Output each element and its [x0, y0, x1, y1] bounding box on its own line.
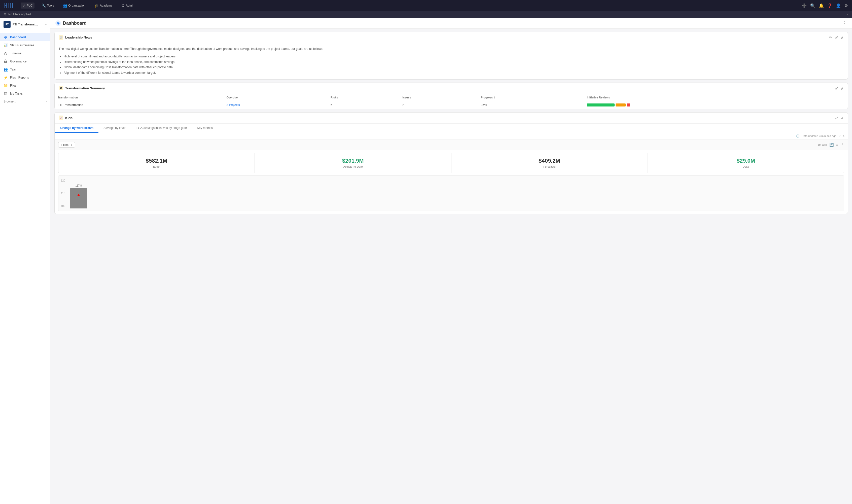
sidebar-browse[interactable]: Browse... ›	[0, 98, 50, 105]
col-transformation: Transformation	[55, 94, 223, 101]
search-icon[interactable]: 🔍	[810, 3, 815, 8]
filter-bar: ▽ No filters applied ▾	[0, 11, 852, 18]
target-label: Target	[62, 165, 251, 168]
col-initiative-reviews: Initiative Reviews	[584, 94, 848, 101]
clock-icon: 🕐	[796, 134, 800, 138]
kpis-icon: 📈	[59, 115, 63, 120]
chart-content: 120 110 100 117.8	[61, 178, 841, 209]
sidebar-org-header[interactable]: FT FTI Transformat... ▾	[0, 18, 50, 31]
forecasts-value: $409.2M	[455, 158, 643, 164]
sidebar-item-status-summaries[interactable]: 📊 Status summaries	[0, 41, 50, 49]
collapse-icon[interactable]: ∧	[841, 35, 844, 40]
kpi-filter-area: Filters · 6 1m ago 🔄 ≡ ⋮	[55, 140, 848, 150]
sidebar-item-my-tasks[interactable]: ☑ My Tasks	[0, 90, 50, 98]
sidebar-item-timeline[interactable]: ◎ Timeline	[0, 49, 50, 57]
poc-icon: ✓	[23, 3, 26, 7]
progress-info-icon[interactable]: ℹ	[494, 96, 495, 99]
kpi-tabs: Savings by workstream Savings by lever F…	[55, 124, 848, 133]
metrics-grid: $582.1M Target $201.9M Actuals To-Date $…	[58, 153, 844, 173]
kpis-collapse-icon[interactable]: ∧	[841, 115, 844, 120]
ts-collapse-icon[interactable]: ∧	[841, 86, 844, 91]
filter-icon: ▽	[4, 13, 6, 16]
filter-settings-icon[interactable]: ≡	[836, 143, 838, 147]
filter-collapse-icon[interactable]: ▾	[847, 13, 848, 16]
leadership-news-body: The new digital workplace for Transforma…	[55, 43, 848, 79]
nav-academy[interactable]: 🎓 Academy	[92, 2, 114, 8]
sidebar-item-flash-reports[interactable]: ⚡ Flash Reports	[0, 73, 50, 82]
admin-icon: ⚙	[121, 3, 125, 7]
dashboard-icon: ⊙	[3, 35, 7, 39]
team-icon: 👥	[3, 68, 7, 72]
nav-right-icons: ➕ 🔍 🔔 ❓ 👤 ⚙	[802, 3, 848, 8]
metric-delta: $29.0M Delta	[648, 153, 844, 173]
metric-forecasts: $409.2M Forecasts	[451, 153, 648, 173]
notification-icon[interactable]: 🔔	[819, 3, 824, 8]
svg-text:FTI: FTI	[5, 4, 8, 7]
row-overdue[interactable]: 3 Projects	[223, 101, 328, 109]
sidebar-item-flash-reports-label: Flash Reports	[10, 76, 29, 79]
expand-icon[interactable]: ⤢	[835, 35, 838, 40]
table-row: FTI Transformation 3 Projects 6 2 37%	[55, 101, 848, 109]
tab-fy23-stage-gate[interactable]: FY'23 savings initiatives by stage gate	[131, 124, 192, 133]
news-bullet-4: Alignment of the different functional te…	[64, 70, 844, 76]
more-options-icon[interactable]: ⋮	[841, 143, 844, 147]
user-avatar[interactable]: 👤	[836, 3, 841, 8]
news-bullet-2: Differentiating between potential saving…	[64, 59, 844, 65]
logo-icon: FTI	[4, 2, 13, 9]
news-bullet-3: Global dashboards combining Cost Transfo…	[64, 65, 844, 70]
sidebar-nav: ⊙ Dashboard 📊 Status summaries ◎ Timelin…	[0, 31, 50, 504]
y-label-110: 110	[61, 192, 70, 195]
nav-admin[interactable]: ⚙ Admin	[119, 2, 136, 8]
news-bullet-list: High level of commitment and accountabil…	[59, 54, 844, 75]
leadership-news-section: 📰 Leadership News ✏ ⤢ ∧ The new digital …	[54, 32, 848, 79]
kpi-header-expand-icon[interactable]: ⤢	[838, 134, 841, 138]
sidebar-item-files[interactable]: 📁 Files	[0, 82, 50, 90]
nav-tools[interactable]: 🔧 Tools	[39, 2, 56, 8]
page-header: ◉ Dashboard ⋮	[50, 18, 852, 29]
org-title: FTI Transformat...	[13, 23, 43, 26]
sidebar-item-status-summaries-label: Status summaries	[10, 43, 34, 47]
edit-icon[interactable]: ✏	[829, 35, 832, 40]
forecasts-label: Forecasts	[455, 165, 643, 168]
toolbar-time: 1m ago	[817, 143, 827, 146]
tab-savings-workstream[interactable]: Savings by workstream	[55, 124, 98, 133]
news-body-text: The new digital workplace for Transforma…	[59, 47, 844, 51]
top-navigation: FTI ✓ PoC 🔧 Tools 👥 Organization 🎓 Acade…	[0, 0, 852, 11]
my-tasks-icon: ☑	[3, 92, 7, 96]
sidebar-item-governance[interactable]: 🏛 Governance	[0, 57, 50, 66]
tab-savings-lever[interactable]: Savings by lever	[98, 124, 131, 133]
sidebar-item-governance-label: Governance	[10, 60, 26, 63]
settings-icon[interactable]: ⚙	[845, 3, 848, 8]
kpis-actions: ⤢ ∧	[835, 115, 844, 120]
sidebar-item-timeline-label: Timeline	[10, 52, 21, 55]
add-icon[interactable]: ➕	[802, 3, 807, 8]
nav-organization[interactable]: 👥 Organization	[61, 2, 87, 8]
delta-value: $29.0M	[652, 158, 840, 164]
transformation-summary-body: Transformation Overdue Risks Issues Prog…	[55, 94, 848, 109]
tab-key-metrics[interactable]: Key metrics	[192, 124, 218, 133]
sidebar-caret-icon: ▾	[45, 23, 47, 26]
status-summaries-icon: 📊	[3, 43, 7, 47]
help-icon[interactable]: ❓	[827, 3, 832, 8]
sidebar: FT FTI Transformat... ▾ ⊙ Dashboard 📊 St…	[0, 18, 50, 504]
ts-expand-icon[interactable]: ⤢	[835, 86, 838, 91]
kpi-header-collapse-icon[interactable]: ∧	[843, 134, 845, 138]
files-icon: 📁	[3, 84, 7, 88]
page-options-button[interactable]: ⋮	[842, 20, 847, 26]
kpis-header: 📈 KPIs ⤢ ∧	[55, 112, 848, 124]
app-logo[interactable]: FTI	[4, 2, 13, 9]
refresh-icon[interactable]: 🔄	[829, 143, 834, 147]
sidebar-item-dashboard[interactable]: ⊙ Dashboard	[0, 33, 50, 41]
nav-poc[interactable]: ✓ PoC	[21, 2, 35, 8]
filters-badge[interactable]: Filters · 6	[58, 142, 75, 147]
sidebar-item-team[interactable]: 👥 Team	[0, 66, 50, 73]
sidebar-item-files-label: Files	[10, 84, 16, 87]
leadership-news-actions: ✏ ⤢ ∧	[829, 35, 844, 40]
bar-value-label: 117.8	[75, 184, 81, 187]
kpis-expand-icon[interactable]: ⤢	[835, 115, 838, 120]
transformation-summary-actions: ⤢ ∧	[835, 86, 844, 91]
kpis-section: 📈 KPIs ⤢ ∧ Savings by workstream Savings…	[54, 112, 848, 214]
bar-green	[587, 104, 615, 107]
filter-bar-text: No filters applied	[8, 13, 31, 16]
chart-y-axis: 120 110 100	[61, 178, 70, 209]
